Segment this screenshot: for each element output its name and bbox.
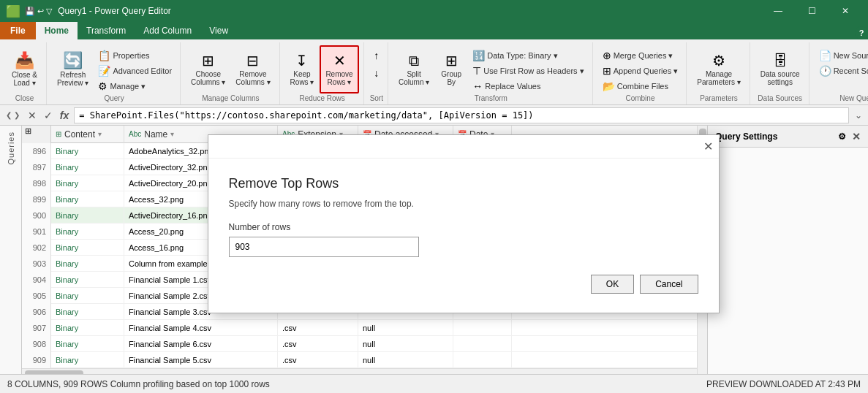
- combine-files-button[interactable]: 📂 Combine Files: [599, 79, 682, 94]
- row-num: 909: [22, 352, 51, 368]
- cell-binary: Binary: [51, 352, 124, 368]
- reduce-rows-label: Reduce Rows: [299, 94, 344, 104]
- new-source-button[interactable]: 📄 New Source ▾: [815, 48, 868, 63]
- combine-group-label: Combine: [625, 94, 654, 104]
- split-column-button[interactable]: ⧉ SplitColumn ▾: [394, 45, 434, 94]
- append-queries-button[interactable]: ⊞ Append Queries ▾: [599, 64, 682, 78]
- tab-add-column[interactable]: Add Column: [135, 22, 200, 39]
- query-settings-panel: Query Settings ⚙ ✕: [707, 126, 868, 374]
- query-col: 📋 Properties 📝 Advanced Editor ⚙ Manage …: [94, 45, 176, 94]
- row-num: 908: [22, 336, 51, 352]
- tab-home[interactable]: Home: [36, 22, 78, 39]
- ribbon: 📥 Close &Load ▾ Close 🔄 RefreshPreview ▾…: [0, 39, 868, 105]
- modal-description: Specify how many rows to remove from the…: [229, 199, 698, 209]
- window-controls: — ☐ ✕: [761, 0, 862, 22]
- manage-button[interactable]: ⚙ Manage ▾: [94, 79, 176, 94]
- row-num: 904: [22, 272, 51, 288]
- corner-icon: ⊞: [22, 126, 31, 135]
- modal-title: Remove Top Rows: [229, 176, 698, 191]
- maximize-button[interactable]: ☐: [795, 0, 829, 22]
- use-first-row-button[interactable]: ⊤ Use First Row as Headers ▾: [469, 64, 587, 78]
- manage-parameters-label: ManageParameters ▾: [697, 70, 740, 86]
- close-buttons: 📥 Close &Load ▾: [7, 42, 42, 94]
- close-button[interactable]: ✕: [829, 0, 862, 22]
- modal-close-button[interactable]: ✕: [703, 140, 713, 153]
- refresh-icon: 🔄: [63, 53, 83, 69]
- replace-values-button[interactable]: ↔ Replace Values: [469, 79, 587, 94]
- properties-button[interactable]: 📋 Properties: [94, 48, 176, 63]
- cell-name: Financial Sample 5.csv: [124, 352, 278, 368]
- ribbon-group-reduce-rows: ↧ KeepRows ▾ ✕ RemoveRows ▾ Reduce Rows: [282, 42, 364, 104]
- cell-name: Financial Sample 4.csv: [124, 320, 278, 336]
- refresh-label: RefreshPreview ▾: [57, 71, 88, 87]
- cell-name: Financial Sample 6.csv: [124, 336, 278, 352]
- cell-binary: Binary: [51, 207, 124, 224]
- sort-asc-button[interactable]: ↑: [370, 48, 382, 63]
- query-settings-gear[interactable]: ⚙: [838, 131, 846, 142]
- combine-files-icon: 📂: [603, 80, 615, 92]
- ribbon-group-manage-columns: ⊞ ChooseColumns ▾ ⊟ RemoveColumns ▾ Mana…: [182, 42, 280, 104]
- data-source-settings-icon: 🗄: [773, 53, 788, 68]
- ribbon-group-sort: ↑ ↓ Sort: [366, 42, 388, 104]
- row-num: 896: [22, 143, 51, 159]
- data-sources-label: Data Sources: [758, 94, 802, 104]
- remove-columns-button[interactable]: ⊟ RemoveColumns ▾: [231, 45, 274, 94]
- number-of-rows-input[interactable]: [229, 237, 419, 257]
- col-header-content[interactable]: ⊞ Content ▾: [51, 126, 124, 143]
- table-row: 907 Binary Financial Sample 4.csv .csv n…: [22, 320, 697, 336]
- sort-asc-icon: ↑: [374, 50, 379, 61]
- formula-x[interactable]: ✕: [26, 110, 39, 121]
- new-source-icon: 📄: [819, 50, 831, 61]
- combine-buttons: ⊕ Merge Queries ▾ ⊞ Append Queries ▾ 📂 C…: [599, 42, 682, 94]
- manage-label: Manage ▾: [110, 82, 146, 91]
- cell-date-acc: null: [358, 352, 453, 368]
- advanced-editor-button[interactable]: 📝 Advanced Editor: [94, 64, 176, 78]
- cell-binary: Binary: [51, 191, 124, 207]
- tab-view[interactable]: View: [200, 22, 237, 39]
- tab-transform[interactable]: Transform: [78, 22, 135, 39]
- remove-rows-label: RemoveRows ▾: [325, 70, 352, 86]
- nav-arrows[interactable]: ❮ ❯: [3, 111, 23, 119]
- remove-rows-button[interactable]: ✕ RemoveRows ▾: [320, 45, 358, 94]
- statusbar-right: PREVIEW DOWNLOADED AT 2:43 PM: [706, 379, 861, 389]
- app-icon: 🟩: [6, 4, 20, 18]
- data-type-label: Data Type: Binary ▾: [487, 51, 557, 61]
- data-type-button[interactable]: 🔢 Data Type: Binary ▾: [469, 48, 587, 63]
- formula-check[interactable]: ✓: [42, 110, 55, 121]
- refresh-preview-button[interactable]: 🔄 RefreshPreview ▾: [53, 45, 93, 94]
- cancel-button[interactable]: Cancel: [640, 275, 698, 294]
- tab-file[interactable]: File: [0, 22, 36, 39]
- cell-binary: Binary: [51, 224, 124, 240]
- query-settings-close[interactable]: ✕: [852, 131, 861, 142]
- recent-sources-button[interactable]: 🕐 Recent Sources ▾: [815, 64, 868, 78]
- group-by-button[interactable]: ⊞ GroupBy: [435, 45, 467, 94]
- ok-button[interactable]: OK: [591, 275, 634, 294]
- col-arrow-name: ▾: [170, 130, 174, 138]
- ribbon-group-combine: ⊕ Merge Queries ▾ ⊞ Append Queries ▾ 📂 C…: [595, 42, 687, 104]
- help-button[interactable]: ?: [855, 26, 868, 39]
- close-load-button[interactable]: 📥 Close &Load ▾: [7, 45, 42, 94]
- manage-columns-buttons: ⊞ ChooseColumns ▾ ⊟ RemoveColumns ▾: [186, 42, 275, 94]
- close-load-icon: 📥: [15, 53, 34, 69]
- formula-expand[interactable]: ⌄: [852, 110, 865, 121]
- keep-rows-button[interactable]: ↧ KeepRows ▾: [286, 45, 319, 94]
- sort-desc-button[interactable]: ↓: [370, 66, 382, 80]
- modal-input-label: Number of rows: [229, 222, 698, 232]
- row-num: 900: [22, 207, 51, 224]
- merge-queries-label: Merge Queries ▾: [614, 51, 673, 61]
- new-source-label: New Source ▾: [834, 51, 868, 61]
- horizontal-scrollbar[interactable]: [22, 368, 697, 374]
- minimize-button[interactable]: —: [761, 0, 795, 22]
- choose-columns-button[interactable]: ⊞ ChooseColumns ▾: [186, 45, 230, 94]
- combine-files-label: Combine Files: [617, 82, 668, 91]
- cell-date-acc: null: [358, 336, 453, 352]
- col-arrow-content: ▾: [98, 130, 102, 138]
- scrollbar-thumb-h[interactable]: [25, 370, 83, 375]
- data-source-settings-button[interactable]: 🗄 Data sourcesettings: [756, 45, 804, 94]
- quick-access: 💾 ↩ ▽: [25, 7, 52, 16]
- new-query-buttons: 📄 New Source ▾ 🕐 Recent Sources ▾: [815, 42, 868, 94]
- formula-input[interactable]: [74, 107, 849, 123]
- manage-icon: ⚙: [98, 80, 107, 92]
- manage-parameters-button[interactable]: ⚙ ManageParameters ▾: [692, 45, 744, 94]
- merge-queries-button[interactable]: ⊕ Merge Queries ▾: [599, 48, 682, 63]
